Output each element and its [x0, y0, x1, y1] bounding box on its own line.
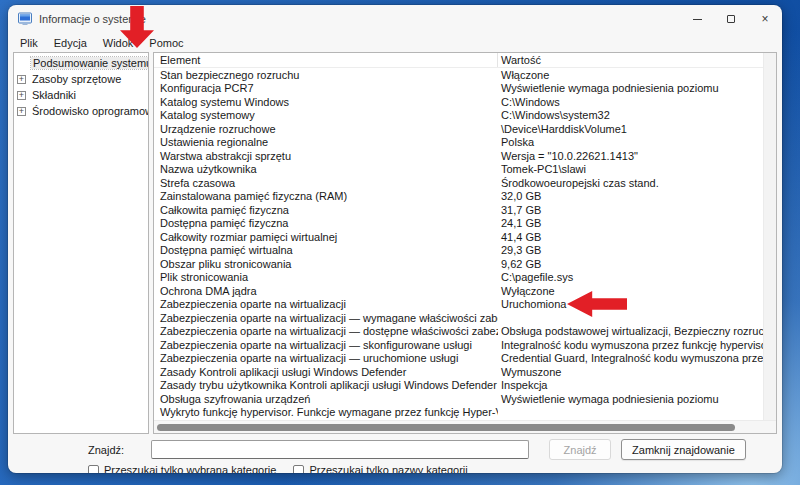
- table-row[interactable]: Zabezpieczenia oparte na wirtualizacji —…: [154, 352, 763, 366]
- sidebar-item-label: Środowisko oprogramowania: [30, 105, 149, 117]
- table-row[interactable]: Zasady Kontroli aplikacji usługi Windows…: [154, 365, 763, 379]
- menu-item[interactable]: Pomoc: [141, 35, 191, 51]
- value-cell: Środkowoeuropejski czas stand.: [498, 177, 763, 189]
- table-row[interactable]: Zabezpieczenia oparte na wirtualizacji U…: [154, 298, 763, 312]
- table-row[interactable]: Stan bezpiecznego rozruchu Włączone: [154, 68, 763, 82]
- column-header-element[interactable]: Element: [154, 53, 498, 67]
- value-cell: Wersja = "10.0.22621.1413": [498, 150, 763, 162]
- value-cell: 31,7 GB: [498, 204, 763, 216]
- table-row[interactable]: Warstwa abstrakcji sprzętu Wersja = "10.…: [154, 149, 763, 163]
- system-summary-panel: Element Wartość Stan bezpiecznego rozruc…: [153, 52, 777, 434]
- element-cell: Zabezpieczenia oparte na wirtualizacji —…: [154, 325, 498, 337]
- value-cell: Obsługa podstawowej wirtualizacji, Bezpi…: [498, 325, 763, 337]
- element-cell: Strefa czasowa: [154, 177, 498, 189]
- value-cell: Wyświetlenie wymaga podniesienia poziomu: [498, 393, 763, 405]
- checkbox-selected-category-label: Przeszukaj tylko wybraną kategorię: [104, 464, 276, 473]
- table-row[interactable]: Dostępna pamięć wirtualna 29,3 GB: [154, 244, 763, 258]
- table-row[interactable]: Nazwa użytkownika Tomek-PC1\slawi: [154, 163, 763, 177]
- minimize-button[interactable]: [680, 5, 714, 33]
- element-cell: Katalog systemowy: [154, 109, 498, 121]
- main-content: Podsumowanie systemu Zasoby sprzętowe Sk…: [13, 52, 777, 434]
- menu-item[interactable]: Plik: [12, 35, 46, 51]
- element-cell: Całkowity rozmiar pamięci wirtualnej: [154, 231, 498, 243]
- close-find-button[interactable]: Zamknij znajdowanie: [621, 439, 746, 460]
- element-cell: Całkowita pamięć fizyczna: [154, 204, 498, 216]
- table-row[interactable]: Zasady trybu użytkownika Kontroli aplika…: [154, 379, 763, 393]
- window-title: Informacje o systemie: [39, 13, 146, 25]
- value-cell: Inspekcja: [498, 379, 763, 391]
- value-cell: C:\pagefile.sys: [498, 271, 763, 283]
- element-cell: Dostępna pamięć fizyczna: [154, 217, 498, 229]
- value-cell: Credential Guard, Integralność kodu wymu…: [498, 352, 763, 364]
- table-row[interactable]: Ochrona DMA jądra Wyłączone: [154, 284, 763, 298]
- minimize-icon: [693, 19, 702, 20]
- table-header: Element Wartość: [154, 53, 763, 68]
- find-button[interactable]: Znajdź: [549, 439, 611, 460]
- value-cell: Wyłączone: [498, 285, 763, 297]
- maximize-icon: [727, 15, 735, 23]
- vertical-scrollbar[interactable]: [763, 53, 776, 420]
- find-bar: Znajdź: Znajdź Zamknij znajdowanie: [8, 439, 782, 460]
- value-cell: Polska: [498, 136, 763, 148]
- element-cell: Zabezpieczenia oparte na wirtualizacji —…: [154, 312, 498, 324]
- menu-bar: PlikEdycjaWidokPomoc: [8, 33, 782, 52]
- element-cell: Plik stronicowania: [154, 271, 498, 283]
- close-button[interactable]: ×: [748, 5, 782, 33]
- maximize-button[interactable]: [714, 5, 748, 33]
- value-cell: Integralność kodu wymuszona przez funkcj…: [498, 339, 763, 351]
- table-row[interactable]: Zabezpieczenia oparte na wirtualizacji —…: [154, 311, 763, 325]
- table-row[interactable]: Konfiguracja PCR7 Wyświetlenie wymaga po…: [154, 82, 763, 96]
- find-label: Znajdź:: [88, 444, 124, 456]
- table-row[interactable]: Zainstalowana pamięć fizyczna (RAM) 32,0…: [154, 190, 763, 204]
- value-cell: Tomek-PC1\slawi: [498, 163, 763, 175]
- sidebar-item-label: Podsumowanie systemu: [31, 57, 149, 69]
- value-cell: 41,4 GB: [498, 231, 763, 243]
- element-cell: Urządzenie rozruchowe: [154, 123, 498, 135]
- checkbox-category-names[interactable]: [293, 465, 304, 474]
- value-cell: Wymuszone: [498, 366, 763, 378]
- horizontal-scrollbar[interactable]: [154, 420, 776, 433]
- column-header-value[interactable]: Wartość: [498, 54, 763, 66]
- element-cell: Zabezpieczenia oparte na wirtualizacji —…: [154, 352, 498, 364]
- sidebar-item-label: Zasoby sprzętowe: [30, 73, 123, 85]
- table-row[interactable]: Wykryto funkcję hypervisor. Funkcje wyma…: [154, 406, 763, 420]
- horizontal-scrollbar-thumb[interactable]: [157, 424, 735, 431]
- expand-plus-icon[interactable]: [17, 91, 26, 100]
- sidebar-item[interactable]: Składniki: [14, 87, 148, 103]
- checkbox-category-names-label: Przeszukaj tylko nazwy kategorii: [309, 464, 467, 473]
- menu-item[interactable]: Edycja: [46, 35, 95, 51]
- table-row[interactable]: Dostępna pamięć fizyczna 24,1 GB: [154, 217, 763, 231]
- value-cell: C:\Windows: [498, 96, 763, 108]
- table-row[interactable]: Strefa czasowa Środkowoeuropejski czas s…: [154, 176, 763, 190]
- element-cell: Dostępna pamięć wirtualna: [154, 244, 498, 256]
- element-cell: Ustawienia regionalne: [154, 136, 498, 148]
- element-cell: Zabezpieczenia oparte na wirtualizacji: [154, 298, 498, 310]
- value-cell: 9,62 GB: [498, 258, 763, 270]
- find-options-row: Przeszukaj tylko wybraną kategorię Przes…: [8, 464, 782, 473]
- table-row[interactable]: Urządzenie rozruchowe \Device\HarddiskVo…: [154, 122, 763, 136]
- element-cell: Warstwa abstrakcji sprzętu: [154, 150, 498, 162]
- table-row[interactable]: Katalog systemu Windows C:\Windows: [154, 95, 763, 109]
- table-row[interactable]: Całkowity rozmiar pamięci wirtualnej 41,…: [154, 230, 763, 244]
- checkbox-selected-category[interactable]: [88, 465, 99, 474]
- value-cell: 24,1 GB: [498, 217, 763, 229]
- table-row[interactable]: Całkowita pamięć fizyczna 31,7 GB: [154, 203, 763, 217]
- table-row[interactable]: Zabezpieczenia oparte na wirtualizacji —…: [154, 338, 763, 352]
- table-body: Stan bezpiecznego rozruchu Włączone Konf…: [154, 68, 763, 420]
- element-cell: Zasady Kontroli aplikacji usługi Windows…: [154, 366, 498, 378]
- table-row[interactable]: Ustawienia regionalne Polska: [154, 136, 763, 150]
- sidebar-item[interactable]: Podsumowanie systemu: [14, 55, 148, 71]
- element-cell: Stan bezpiecznego rozruchu: [154, 69, 498, 81]
- table-row[interactable]: Plik stronicowania C:\pagefile.sys: [154, 271, 763, 285]
- table-row[interactable]: Obsługa szyfrowania urządzeń Wyświetleni…: [154, 392, 763, 406]
- element-cell: Zasady trybu użytkownika Kontroli aplika…: [154, 379, 498, 391]
- value-cell: 29,3 GB: [498, 244, 763, 256]
- expand-plus-icon[interactable]: [17, 75, 26, 84]
- table-row[interactable]: Katalog systemowy C:\Windows\system32: [154, 109, 763, 123]
- sidebar-item[interactable]: Środowisko oprogramowania: [14, 103, 148, 119]
- sidebar-item[interactable]: Zasoby sprzętowe: [14, 71, 148, 87]
- expand-plus-icon[interactable]: [17, 107, 26, 116]
- find-input[interactable]: [151, 440, 529, 459]
- table-row[interactable]: Obszar pliku stronicowania 9,62 GB: [154, 257, 763, 271]
- table-row[interactable]: Zabezpieczenia oparte na wirtualizacji —…: [154, 325, 763, 339]
